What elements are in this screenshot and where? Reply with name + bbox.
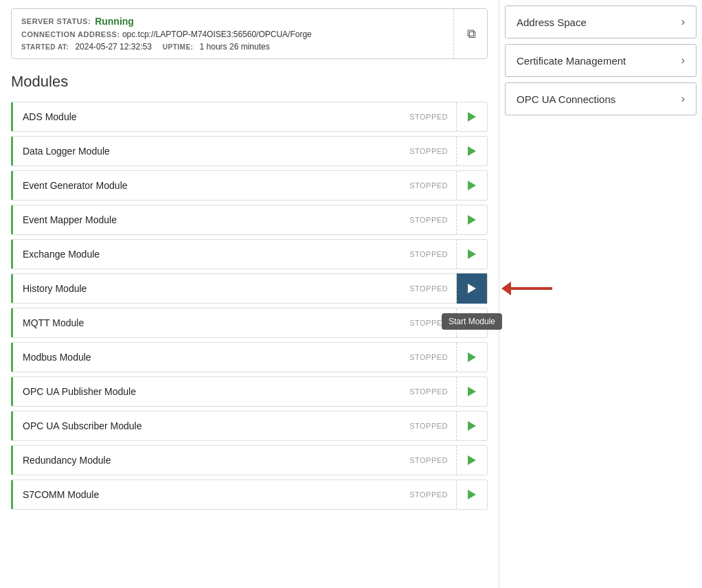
module-name: MQTT Module [13, 317, 409, 328]
start-module-button[interactable] [457, 411, 487, 441]
started-value: 2024-05-27 12:32:53 [75, 42, 151, 52]
start-module-button[interactable] [457, 376, 487, 407]
status-divider [453, 9, 454, 58]
arrow-head [501, 282, 511, 295]
start-module-button[interactable] [457, 102, 487, 132]
uptime-label: UPTIME: [163, 43, 194, 51]
module-row: S7COMM Module STOPPED [11, 479, 488, 510]
start-module-button[interactable] [457, 205, 487, 235]
module-status: STOPPED [409, 181, 456, 190]
play-icon [468, 146, 476, 156]
module-name: S7COMM Module [13, 489, 409, 500]
chevron-right-icon: › [681, 54, 685, 67]
server-status-value: Running [95, 16, 134, 27]
module-name: Modbus Module [13, 352, 409, 363]
sidebar-item-label: OPC UA Connections [517, 93, 615, 105]
server-status-label: SERVER STATUS: [21, 17, 91, 25]
module-status: STOPPED [409, 284, 456, 293]
module-row: Data Logger Module STOPPED [11, 136, 488, 166]
copy-icon: ⧉ [467, 27, 476, 41]
history-module-row: History Module STOPPED Start Module [11, 273, 488, 304]
start-module-button[interactable] [457, 136, 487, 166]
play-icon [468, 490, 476, 499]
start-module-button[interactable] [457, 445, 487, 475]
module-status: STOPPED [409, 147, 456, 155]
module-name: History Module [13, 283, 409, 294]
module-status: STOPPED [409, 250, 456, 258]
main-panel: SERVER STATUS: Running CONNECTION ADDRES… [0, 0, 499, 588]
module-row: ADS Module STOPPED [11, 102, 488, 132]
module-name: Data Logger Module [13, 146, 409, 157]
module-row: Redundancy Module STOPPED [11, 445, 488, 475]
play-icon [468, 181, 476, 190]
connection-label: CONNECTION ADDRESS: [21, 30, 120, 38]
start-module-button[interactable] [457, 308, 487, 338]
play-icon [468, 284, 476, 293]
arrow-indicator [501, 282, 552, 295]
play-icon [468, 387, 476, 396]
module-row: Modbus Module STOPPED [11, 342, 488, 372]
sidebar-item-label: Address Space [517, 16, 587, 28]
uptime-value: 1 hours 26 minutes [200, 42, 270, 52]
sidebar-item-opc-ua-connections[interactable]: OPC UA Connections › [505, 82, 697, 115]
module-status: STOPPED [409, 113, 456, 121]
module-status: STOPPED [409, 456, 456, 464]
module-row: Event Mapper Module STOPPED [11, 205, 488, 235]
chevron-right-icon: › [681, 16, 685, 28]
modules-list: ADS Module STOPPED Data Logger Module ST… [11, 102, 488, 510]
copy-address-button[interactable]: ⧉ [464, 24, 479, 44]
play-icon [468, 215, 476, 225]
play-icon [468, 249, 476, 259]
play-icon [468, 318, 476, 328]
start-module-button[interactable] [457, 342, 487, 372]
play-icon [468, 352, 476, 362]
module-name: Exchange Module [13, 249, 409, 260]
module-status: STOPPED [409, 387, 456, 396]
module-row: OPC UA Publisher Module STOPPED [11, 376, 488, 407]
module-status: STOPPED [409, 353, 456, 361]
play-icon [468, 112, 476, 122]
play-icon [468, 421, 476, 431]
play-icon [468, 455, 476, 465]
module-name: OPC UA Subscriber Module [13, 420, 409, 431]
module-row: OPC UA Subscriber Module STOPPED [11, 411, 488, 441]
module-row: MQTT Module STOPPED [11, 308, 488, 338]
start-history-module-button[interactable] [457, 273, 487, 304]
connection-address: opc.tcp://LAPTOP-M74OISE3:56560/OPCUA/Fo… [122, 30, 312, 39]
module-name: Redundancy Module [13, 455, 409, 466]
sidebar-item-address-space[interactable]: Address Space › [505, 5, 697, 38]
module-status: STOPPED [409, 216, 456, 224]
sidebar-item-label: Certificate Management [517, 55, 626, 67]
module-row: Exchange Module STOPPED [11, 239, 488, 269]
module-row: Event Generator Module STOPPED [11, 170, 488, 201]
start-module-button[interactable] [457, 170, 487, 201]
start-module-button[interactable] [457, 479, 487, 510]
server-status-bar: SERVER STATUS: Running CONNECTION ADDRES… [11, 8, 488, 59]
chevron-right-icon: › [681, 93, 685, 105]
module-name: Event Generator Module [13, 180, 409, 191]
module-name: OPC UA Publisher Module [13, 386, 409, 397]
start-module-button[interactable] [457, 239, 487, 269]
module-name: Event Mapper Module [13, 214, 409, 225]
module-name: ADS Module [13, 111, 409, 122]
module-status: STOPPED [409, 490, 456, 499]
sidebar-item-certificate-management[interactable]: Certificate Management › [505, 44, 697, 77]
history-module-play-wrapper: Start Module [457, 273, 487, 304]
modules-title: Modules [11, 73, 488, 91]
module-status: STOPPED [409, 319, 456, 327]
started-label: STARTED AT: [21, 43, 69, 51]
module-status: STOPPED [409, 422, 456, 430]
arrow-shaft [511, 287, 552, 290]
